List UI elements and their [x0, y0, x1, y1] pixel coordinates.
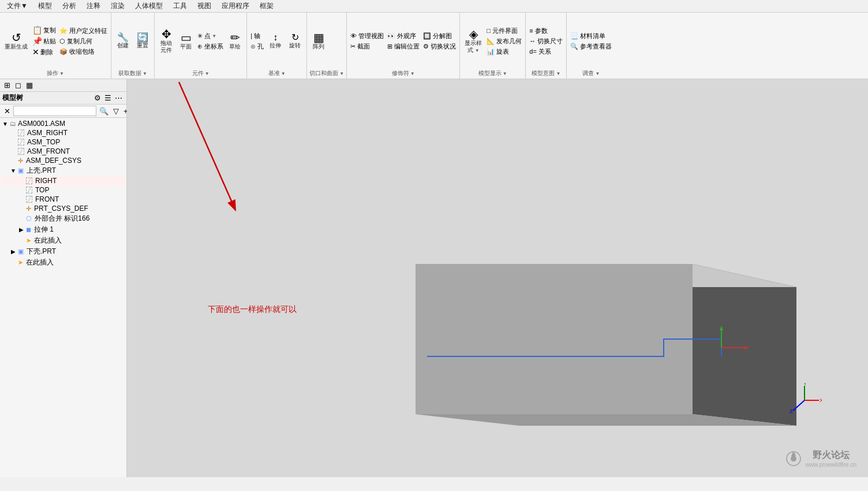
tree-item-prt-csys-def[interactable]: ✛ PRT_CSYS_DEF — [1, 204, 125, 213]
btn-toggle-dims[interactable]: ↔ 切换尺寸 — [528, 36, 564, 46]
tree-item-front[interactable]: ╱ FRONT — [1, 195, 125, 204]
menu-tools[interactable]: 工具 — [169, 0, 192, 12]
group-label-inquiry[interactable]: 调查 ▼ — [569, 68, 613, 77]
svg-marker-4 — [416, 264, 693, 414]
menu-human[interactable]: 人体模型 — [130, 0, 167, 12]
btn-user-feature[interactable]: ⭐ 用户定义特征 — [58, 26, 108, 36]
group-label-ops[interactable]: 操作 ▼ — [2, 68, 108, 77]
tree-arrow-xiake[interactable]: ▶ — [10, 248, 16, 255]
btn-toggle[interactable]: ⚙ 切换状况 — [422, 42, 457, 51]
btn-edit-pos[interactable]: ⊞ 编辑位置 — [386, 42, 421, 51]
toolbar-group-display: ◈显示样式 ▼ □ 元件界面 📐 发布几何 📊 旋表 模型显示 ▼ — [460, 13, 526, 79]
search-input[interactable] — [13, 106, 96, 116]
tree-label-asm-top: ASM_TOP — [27, 138, 60, 146]
group-label-getdata[interactable]: 获取数据 ▼ — [114, 68, 152, 77]
tree-item-insert1[interactable]: ➤ 在此插入 — [1, 235, 125, 246]
svg-text:Y: Y — [803, 383, 807, 386]
viewport[interactable]: 下面的也一样操作就可以 — [127, 79, 868, 477]
sidebar-icon-more[interactable]: ⋯ — [113, 93, 124, 103]
btn-copy-geo[interactable]: ⬡ 复制几何 — [58, 36, 108, 46]
btn-hole[interactable]: ⊙ 孔 — [249, 42, 265, 51]
tree-item-root[interactable]: ▼ 🗂 ASM0001.ASM — [1, 119, 125, 128]
tree-label-asm-right: ASM_RIGHT — [27, 129, 68, 137]
menu-file[interactable]: 文件▼ — [2, 0, 32, 12]
btn-revolve[interactable]: ↻旋转 — [286, 32, 304, 50]
btn-rotatetable[interactable]: 📊 旋表 — [485, 47, 523, 57]
tree-item-merge[interactable]: ⬡ 外部合并 标识166 — [1, 213, 125, 224]
btn-relations[interactable]: d= 关系 — [528, 47, 564, 57]
group-label-cutsurf[interactable]: 切口和曲面 ▼ — [309, 68, 344, 77]
filter-icon[interactable]: ▽ — [111, 106, 121, 116]
tree-item-extrude[interactable]: ▶ ◼ 拉伸 1 — [1, 224, 125, 235]
tree-arrow-shangke[interactable]: ▼ — [10, 168, 16, 174]
menu-analysis[interactable]: 分析 — [58, 0, 81, 12]
group-label-modifier[interactable]: 修饰符 ▼ — [349, 68, 457, 77]
toolbar-group-getdata: 🔧创建 🔄重置 获取数据 ▼ — [111, 13, 155, 79]
sidebar-icon-tree[interactable]: ◻ — [13, 80, 23, 90]
tree-label-xiake: 下壳.PRT — [27, 247, 56, 256]
sidebar-icon-grid[interactable]: ⊞ — [2, 80, 12, 90]
btn-explode[interactable]: 🔲 分解图 — [422, 31, 457, 41]
menu-apps[interactable]: 应用程序 — [217, 0, 254, 12]
btn-paste[interactable]: 📌 粘贴 — [31, 36, 57, 46]
tree-item-asm-right[interactable]: ▶ ╱ ASM_RIGHT — [1, 128, 125, 137]
btn-params[interactable]: ≡ 参数 — [528, 26, 564, 36]
btn-axis[interactable]: | 轴 — [249, 31, 265, 41]
btn-plane[interactable]: ▭平面 — [177, 31, 195, 51]
menu-model[interactable]: 模型 — [33, 0, 57, 12]
menu-annotation[interactable]: 注释 — [82, 0, 105, 12]
menu-frame[interactable]: 框架 — [255, 0, 278, 12]
tree-item-right[interactable]: ╱ RIGHT — [1, 176, 125, 185]
clear-search-icon[interactable]: ✕ — [2, 106, 12, 116]
group-label-modelintent[interactable]: 模型意图 ▼ — [528, 68, 564, 77]
tree-arrow-root[interactable]: ▼ — [2, 121, 8, 127]
menu-view[interactable]: 视图 — [193, 0, 216, 12]
tree-item-xiake[interactable]: ▶ ▣ 下壳.PRT — [1, 246, 125, 257]
btn-component-iface[interactable]: □ 元件界面 — [485, 26, 523, 36]
group-label-datum[interactable]: 基准 ▼ — [249, 68, 304, 77]
tree-item-shangke[interactable]: ▼ ▣ 上壳.PRT — [1, 165, 125, 176]
btn-manage-view[interactable]: 👁 管理视图 — [349, 31, 385, 41]
btn-extrude[interactable]: ↕拉伸 — [266, 32, 285, 50]
btn-ref-viewer[interactable]: 🔍 参考查看器 — [569, 42, 613, 51]
btn-sketch[interactable]: ✏草绘 — [226, 31, 244, 51]
tree-item-asm-def-csys[interactable]: ✛ ASM_DEF_CSYS — [1, 156, 125, 165]
btn-create[interactable]: 🔧创建 — [114, 32, 132, 50]
tree-item-top[interactable]: ╱ TOP — [1, 185, 125, 195]
svg-marker-2 — [693, 264, 796, 426]
btn-reset[interactable]: 🔄重置 — [133, 32, 152, 50]
toolbar-group-components: ✥拖动元件 ▭平面 ✳ 点 ▼ ⊕ 坐标系 ✏草绘 元件 ▼ — [155, 13, 247, 79]
group-label-components[interactable]: 元件 ▼ — [157, 68, 244, 77]
search-icon[interactable]: 🔍 — [98, 106, 110, 116]
tree-arrow-extrude[interactable]: ▶ — [18, 226, 24, 233]
tree-item-insert2[interactable]: ➤ 在此插入 — [1, 257, 125, 268]
menu-render[interactable]: 渲染 — [106, 0, 129, 12]
btn-delete[interactable]: ✕ 删除 — [31, 47, 57, 57]
btn-array[interactable]: ▦阵列 — [309, 31, 328, 51]
watermark: 野火论坛 www.proewildfire.cn — [785, 449, 856, 468]
model-tree-label: 模型树 — [2, 93, 23, 103]
toolbar: ↺重新生成 📋 复制 📌 粘贴 ✕ 删除 ⭐ 用户定义特征 ⬡ 复制几何 📦 收… — [0, 13, 868, 79]
btn-drag-component[interactable]: ✥拖动元件 — [157, 27, 175, 55]
svg-text:Z: Z — [790, 408, 793, 414]
btn-coord[interactable]: ⊕ 坐标系 — [196, 42, 225, 51]
toolbar-group-modelintent: ≡ 参数 ↔ 切换尺寸 d= 关系 模型意图 ▼ — [526, 13, 567, 79]
sidebar-icon-list[interactable]: ☰ — [103, 93, 113, 103]
btn-publish-geo[interactable]: 📐 发布几何 — [485, 36, 523, 46]
btn-bom[interactable]: 📃 材料清单 — [569, 31, 613, 41]
tree-item-asm-top[interactable]: ╱ ASM_TOP — [1, 137, 125, 147]
menubar: 文件▼ 模型 分析 注释 渲染 人体模型 工具 视图 应用程序 框架 — [0, 0, 868, 13]
btn-copy[interactable]: 📋 复制 — [31, 25, 57, 35]
sidebar-icon-settings[interactable]: ⚙ — [92, 93, 103, 103]
sidebar-icon-expand[interactable]: ▦ — [24, 80, 35, 90]
sidebar: ⊞ ◻ ▦ 模型树 ⚙ ☰ ⋯ ✕ 🔍 ▽ + ▼ 🗂 ASM0001.ASM — [0, 79, 127, 477]
group-label-display[interactable]: 模型显示 ▼ — [462, 68, 523, 77]
btn-shrink[interactable]: 📦 收缩包络 — [58, 47, 108, 57]
btn-display-style[interactable]: ◈显示样式 ▼ — [462, 27, 484, 55]
btn-appearance[interactable]: 👀 外观序 — [386, 31, 421, 41]
btn-point[interactable]: ✳ 点 ▼ — [196, 31, 225, 41]
btn-regenerate[interactable]: ↺重新生成 — [2, 31, 30, 51]
tree-item-asm-front[interactable]: ╱ ASM_FRONT — [1, 147, 125, 156]
toolbar-group-datum: | 轴 ⊙ 孔 ↕拉伸 ↻旋转 基准 ▼ — [247, 13, 307, 79]
btn-section[interactable]: ✂ 截面 — [349, 42, 385, 51]
